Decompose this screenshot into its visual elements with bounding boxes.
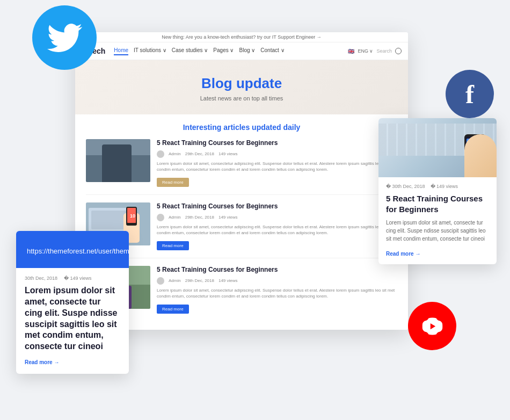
article-card-3: 5 React Training Courses for Beginners A… bbox=[86, 266, 397, 321]
youtube-social-button[interactable] bbox=[408, 302, 456, 350]
article-date-3: 29th Dec, 2018 bbox=[185, 278, 214, 283]
card-left-read-more[interactable]: Read more → bbox=[25, 359, 59, 365]
article-card-2: 10 5 React Training Courses for Beginner… bbox=[86, 202, 397, 258]
card-right-date: � 30th Dec, 2018 bbox=[386, 184, 425, 189]
svg-rect-5 bbox=[120, 163, 126, 171]
article-meta-2: Admin 29th Dec, 2018 149 views bbox=[157, 214, 397, 221]
read-more-button-3[interactable]: Read more bbox=[157, 305, 189, 314]
floating-card-left: https://themeforest.net/user/thememove 3… bbox=[16, 231, 129, 374]
card-right-image bbox=[378, 118, 497, 177]
article-illustration-1 bbox=[86, 139, 150, 182]
search-input-nav[interactable]: Search bbox=[376, 48, 392, 54]
hero-subtitle: Latest news are on top all times bbox=[86, 95, 397, 102]
article-views-3: 149 views bbox=[218, 278, 238, 283]
article-views-2: 149 views bbox=[218, 215, 238, 220]
article-title-3: 5 React Training Courses for Beginners bbox=[157, 266, 397, 274]
article-date-1: 29th Dec, 2018 bbox=[185, 151, 214, 156]
nav-right-section: 🇬🇧 ENG ∨ Search bbox=[348, 48, 402, 54]
nav-item-it-solutions[interactable]: IT solutions ∨ bbox=[134, 47, 166, 55]
article-date-2: 29th Dec, 2018 bbox=[185, 215, 214, 220]
author-avatar-1 bbox=[157, 150, 164, 158]
svg-rect-1 bbox=[86, 155, 150, 182]
hero-title: Blog update bbox=[86, 75, 397, 92]
article-meta-3: Admin 29th Dec, 2018 149 views bbox=[157, 277, 397, 285]
language-selector[interactable]: ENG ∨ bbox=[358, 48, 373, 54]
read-more-button-2[interactable]: Read more bbox=[157, 241, 189, 250]
hand-decoration bbox=[464, 134, 497, 177]
author-name-1: Admin bbox=[169, 151, 181, 156]
article-content-3: 5 React Training Courses for Beginners A… bbox=[157, 266, 397, 314]
card-left-views: � 149 views bbox=[64, 276, 92, 281]
navigation-bar: Mitech Home IT solutions ∨ Case studies … bbox=[75, 42, 408, 60]
author-avatar-2 bbox=[157, 214, 164, 221]
hero-section: Blog update Latest news are on top all t… bbox=[75, 60, 408, 114]
article-card-1: 5 React Training Courses for Beginners A… bbox=[86, 139, 397, 195]
article-image-1 bbox=[86, 139, 150, 182]
svg-text:10: 10 bbox=[130, 213, 135, 219]
article-content-2: 5 React Training Courses for Beginners A… bbox=[157, 202, 397, 250]
article-meta-1: Admin 29th Dec, 2018 149 views bbox=[157, 150, 397, 158]
nav-item-pages[interactable]: Pages ∨ bbox=[213, 47, 234, 55]
card-left-title: Lorem ipsum dolor sit amet, consecte tur… bbox=[25, 285, 120, 352]
svg-rect-3 bbox=[105, 156, 126, 182]
floating-card-right: � 30th Dec, 2018 � 149 views 5 React Tra… bbox=[378, 118, 497, 264]
svg-rect-4 bbox=[119, 162, 127, 173]
card-blue-header: https://themeforest.net/user/thememove bbox=[16, 231, 129, 268]
nav-menu: Home IT solutions ∨ Case studies ∨ Pages… bbox=[114, 47, 284, 55]
twitter-icon bbox=[47, 20, 82, 55]
card-url-text: https://themeforest.net/user/thememove bbox=[27, 247, 129, 255]
card-left-date: 30th Dec, 2018 bbox=[25, 276, 57, 281]
card-right-title: 5 React Training Courses for Beginners bbox=[386, 193, 489, 214]
nav-item-contact[interactable]: Contact ∨ bbox=[260, 47, 284, 55]
nav-item-home[interactable]: Home bbox=[114, 47, 128, 55]
author-name-3: Admin bbox=[169, 278, 181, 283]
card-left-content: 30th Dec, 2018 � 149 views Lorem ipsum d… bbox=[16, 268, 129, 374]
card-right-read-more[interactable]: Read more → bbox=[386, 251, 420, 257]
top-announcement-bar: New thing: Are you a know-tech enthusias… bbox=[75, 32, 408, 42]
article-text-3: Lorem ipsum dolor sit amet, consectetur … bbox=[157, 287, 397, 299]
nav-item-case-studies[interactable]: Case studies ∨ bbox=[172, 47, 208, 55]
youtube-icon bbox=[420, 314, 445, 338]
author-avatar-3 bbox=[157, 277, 164, 285]
nav-item-blog[interactable]: Blog ∨ bbox=[239, 47, 256, 55]
svg-rect-8 bbox=[91, 211, 129, 229]
article-title-1: 5 React Training Courses for Beginners bbox=[157, 139, 397, 148]
article-title-2: 5 React Training Courses for Beginners bbox=[157, 202, 397, 211]
svg-point-2 bbox=[110, 146, 121, 156]
articles-heading: Interesting articles updated daily bbox=[86, 123, 397, 132]
card-right-meta: � 30th Dec, 2018 � 149 views bbox=[386, 184, 489, 189]
twitter-social-button[interactable] bbox=[32, 5, 97, 70]
card-left-meta: 30th Dec, 2018 � 149 views bbox=[25, 276, 120, 281]
article-content-1: 5 React Training Courses for Beginners A… bbox=[157, 139, 397, 187]
author-name-2: Admin bbox=[169, 215, 181, 220]
article-views-1: 149 views bbox=[218, 151, 238, 156]
language-flag: 🇬🇧 bbox=[348, 48, 354, 54]
facebook-social-button[interactable]: f bbox=[446, 70, 494, 118]
facebook-icon: f bbox=[465, 79, 474, 109]
card-right-text: Lorem ipsum dolor sit amet, consecte tur… bbox=[386, 219, 489, 243]
read-more-button-1[interactable]: Read more bbox=[157, 178, 189, 187]
article-text-2: Lorem ipsum dolor sit amet, consectetur … bbox=[157, 224, 397, 236]
article-text-1: Lorem ipsum dolor sit amet, consectetur … bbox=[157, 161, 397, 172]
search-icon[interactable] bbox=[395, 48, 402, 54]
card-right-views: � 149 views bbox=[431, 184, 458, 189]
card-right-content: � 30th Dec, 2018 � 149 views 5 React Tra… bbox=[378, 177, 497, 264]
